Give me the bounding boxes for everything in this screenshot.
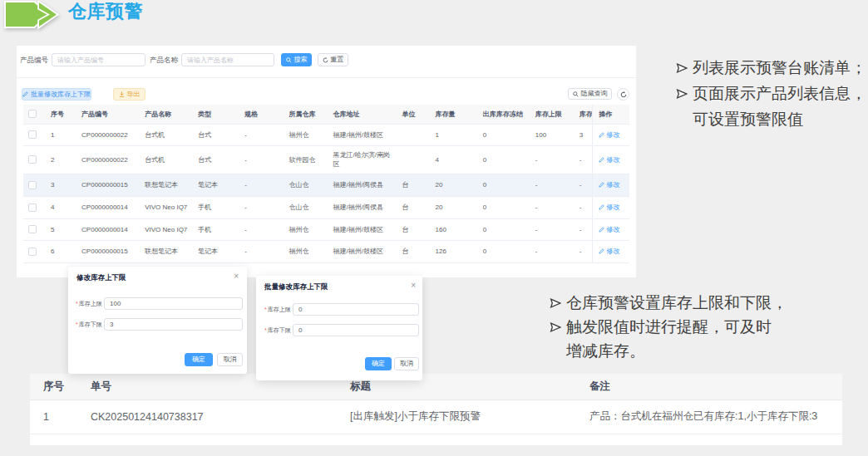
- hide-query-button[interactable]: 隐藏查询: [568, 88, 612, 100]
- cell-spec: -: [239, 145, 283, 174]
- close-icon[interactable]: ×: [411, 282, 416, 290]
- refresh-icon: [620, 91, 627, 98]
- edit-icon: [599, 227, 604, 233]
- edit-icon: [22, 91, 28, 97]
- row-checkbox[interactable]: [28, 248, 37, 256]
- cell-lower: -: [574, 218, 593, 240]
- cell-upper: -: [530, 174, 574, 196]
- cell-lower: -: [574, 145, 593, 174]
- form-divider: [17, 77, 636, 78]
- cell-qty: 1: [430, 124, 477, 145]
- cell-code: CP0000000015: [76, 174, 139, 196]
- export-button[interactable]: 导出: [113, 88, 145, 101]
- row-checkbox[interactable]: [28, 181, 37, 189]
- cell-unit: 台: [397, 196, 430, 218]
- edit-row-link[interactable]: 修改: [599, 203, 619, 212]
- batch-edit-limits-modal: 批量修改库存上下限 × *库存上限 *库存下限 确定 取消: [256, 276, 422, 380]
- product-code-input[interactable]: [52, 53, 145, 66]
- row-checkbox[interactable]: [28, 225, 37, 233]
- modal-title: 批量修改库存上下限: [264, 282, 328, 292]
- note-text: 列表展示预警台账清单；: [693, 57, 866, 79]
- upper-limit-input[interactable]: [293, 303, 419, 316]
- upper-limit-input[interactable]: [104, 297, 243, 310]
- checkbox-header-cell: [23, 105, 45, 124]
- checkbox-cell: [23, 174, 45, 196]
- cell-seq: 6: [45, 240, 76, 262]
- note-text: 增减库存。: [566, 341, 645, 362]
- select-all-checkbox[interactable]: [28, 110, 37, 118]
- cell-code: CP0000000015: [76, 240, 139, 262]
- ledger-title: [出库触发]小于库存下限预警: [343, 400, 582, 434]
- refresh-table-button[interactable]: [617, 88, 629, 101]
- lower-limit-label: *库存下限: [264, 324, 291, 336]
- search-icon: [286, 57, 292, 63]
- checkbox-cell: [23, 218, 45, 240]
- cancel-button[interactable]: 取消: [394, 357, 419, 370]
- confirm-button[interactable]: 确定: [365, 357, 392, 370]
- warning-products-table: 序号 产品编号 产品名称 类型 规格 所属仓库 仓库地址 单位 库存量 出库库存…: [23, 105, 629, 263]
- col-warehouse: 所属仓库: [283, 105, 327, 124]
- cell-name: VIVO Neo IQ7: [139, 218, 192, 240]
- cell-type: 台式: [192, 145, 239, 174]
- upper-limit-label: *库存上限: [76, 297, 102, 310]
- edit-row-link[interactable]: 修改: [599, 247, 619, 256]
- edit-row-link[interactable]: 修改: [599, 130, 619, 140]
- cell-name: 台式机: [139, 124, 192, 145]
- cell-lower: -: [574, 174, 593, 196]
- col-address: 仓库地址: [327, 105, 396, 124]
- cell-lower: 3: [574, 124, 593, 145]
- search-button[interactable]: 搜索: [281, 53, 312, 66]
- col-spec: 规格: [239, 105, 283, 124]
- product-code-label: 产品编号: [20, 53, 48, 66]
- edit-row-link[interactable]: 修改: [599, 180, 619, 189]
- close-icon[interactable]: ×: [234, 272, 239, 281]
- cell-frozen: 0: [477, 218, 530, 240]
- confirm-button[interactable]: 确定: [185, 353, 213, 366]
- product-name-input[interactable]: [181, 53, 274, 66]
- ledger-col-seq: 序号: [30, 374, 83, 400]
- batch-edit-button[interactable]: 批量修改库存上下限: [22, 88, 91, 101]
- action-cell: 修改: [593, 174, 629, 196]
- row-checkbox[interactable]: [28, 130, 37, 139]
- edit-row-link[interactable]: 修改: [599, 155, 619, 164]
- cell-code: CP0000000022: [76, 145, 139, 174]
- row-checkbox[interactable]: [28, 155, 37, 164]
- cell-frozen: 0: [477, 124, 530, 145]
- action-cell: 修改: [593, 196, 629, 218]
- arrowhead-bullet-icon: [675, 61, 688, 74]
- checkbox-cell: [23, 240, 45, 262]
- lower-limit-input[interactable]: [293, 324, 419, 336]
- ledger-table: 序号 单号 标题 备注 1 CK20250124140738317 [出库触发]…: [30, 374, 842, 434]
- lower-limit-input[interactable]: [104, 318, 243, 331]
- refresh-icon: [323, 57, 328, 63]
- ledger-remark: 产品：台式机在福州仓已有库存:1,小于库存下限:3: [582, 400, 842, 434]
- row-checkbox[interactable]: [28, 203, 37, 212]
- cell-warehouse: 仓山仓: [283, 174, 327, 196]
- reset-button[interactable]: 重置: [318, 53, 348, 66]
- cancel-button[interactable]: 取消: [217, 353, 243, 366]
- cell-type: 笔记本: [192, 240, 239, 262]
- cell-code: CP0000000022: [76, 124, 139, 145]
- cell-address: 黑龙江/哈尔滨/南岗区: [327, 145, 396, 174]
- col-product-name: 产品名称: [139, 105, 192, 124]
- cell-warehouse: 福州仓: [283, 240, 327, 262]
- edit-icon: [599, 204, 604, 210]
- search-icon: [573, 91, 579, 97]
- cell-seq: 4: [45, 196, 76, 218]
- cell-qty: 20: [430, 196, 477, 218]
- cell-name: 台式机: [139, 145, 192, 174]
- table-row: 2CP0000000022台式机台式-软件园仓黑龙江/哈尔滨/南岗区40--修改: [23, 145, 629, 174]
- table-row: 4CP0000000014VIVO Neo IQ7手机-仓山仓福建/福州/闽侯县…: [23, 196, 629, 218]
- cell-seq: 5: [45, 218, 76, 240]
- cell-type: 台式: [192, 124, 239, 145]
- cell-spec: -: [239, 218, 283, 240]
- checkbox-cell: [23, 145, 45, 174]
- ledger-col-remark: 备注: [582, 374, 842, 400]
- action-cell: 修改: [593, 218, 629, 240]
- edit-row-link[interactable]: 修改: [599, 225, 619, 234]
- table-row: 6CP0000000015联想笔记本笔记本-福州仓福建/福州/鼓楼区台1260-…: [23, 240, 629, 262]
- action-cell: 修改: [593, 124, 629, 145]
- cell-spec: -: [239, 174, 283, 196]
- page-title: 仓库预警: [68, 2, 143, 22]
- cell-warehouse: 福州仓: [283, 218, 327, 240]
